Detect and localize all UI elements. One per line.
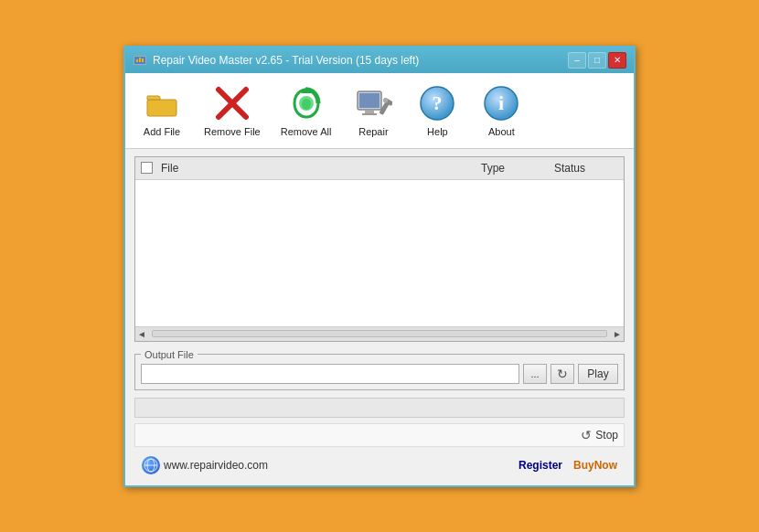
toolbar: Add File Remove File	[125, 73, 634, 149]
remove-file-label: Remove File	[204, 126, 261, 137]
about-button[interactable]: i About	[474, 80, 529, 141]
scroll-left-arrow[interactable]: ◄	[137, 329, 146, 339]
add-file-icon	[143, 84, 181, 122]
buynow-button[interactable]: BuyNow	[573, 459, 617, 472]
horizontal-scrollbar[interactable]: ◄ ►	[135, 326, 624, 341]
minimize-button[interactable]: –	[568, 52, 586, 69]
output-row: ... ↻ Play	[141, 364, 618, 384]
file-list-container: File Type Status ◄ ►	[134, 156, 625, 342]
svg-rect-3	[139, 58, 141, 62]
output-file-legend: Output File	[141, 349, 198, 360]
svg-point-10	[302, 99, 311, 110]
title-bar: Repair Video Master v2.65 - Trial Versio…	[125, 48, 634, 73]
browse-button[interactable]: ...	[523, 364, 547, 384]
remove-file-button[interactable]: Remove File	[198, 80, 266, 141]
scroll-right-arrow[interactable]: ►	[613, 329, 622, 339]
website-link[interactable]: www.repairvideo.com	[142, 456, 268, 474]
about-icon: i	[482, 84, 520, 122]
play-button[interactable]: Play	[578, 364, 618, 384]
remove-all-label: Remove All	[281, 126, 332, 137]
file-list-header: File Type Status	[135, 157, 624, 180]
help-icon: ?	[418, 84, 456, 122]
close-button[interactable]: ✕	[608, 52, 626, 69]
output-file-input[interactable]	[141, 364, 519, 384]
remove-all-icon	[287, 84, 326, 122]
scrollbar-track[interactable]	[152, 330, 607, 337]
content-area: File Type Status ◄ ► Output File ... ↻ P…	[125, 149, 634, 485]
file-list-body[interactable]	[135, 180, 624, 326]
main-window: Repair Video Master v2.65 - Trial Versio…	[123, 46, 636, 487]
remove-all-button[interactable]: Remove All	[275, 80, 337, 141]
svg-rect-13	[365, 111, 374, 113]
website-text: www.repairvideo.com	[164, 459, 268, 472]
output-file-section: Output File ... ↻ Play	[134, 349, 625, 390]
globe-icon	[142, 456, 160, 474]
col-type-header: Type	[477, 160, 551, 176]
status-bar-right: Register BuyNow	[518, 459, 617, 472]
refresh-button[interactable]: ↻	[551, 364, 574, 384]
svg-text:i: i	[498, 91, 504, 114]
header-check-col	[135, 162, 157, 174]
remove-file-icon	[213, 84, 251, 122]
about-label: About	[488, 126, 515, 137]
help-button[interactable]: ? Help	[410, 80, 465, 141]
col-status-header: Status	[551, 160, 624, 176]
register-button[interactable]: Register	[518, 459, 562, 472]
svg-text:?: ?	[433, 91, 443, 114]
svg-rect-12	[359, 93, 380, 108]
progress-bar	[134, 398, 625, 418]
stop-icon: ↺	[581, 428, 592, 442]
title-bar-left: Repair Video Master v2.65 - Trial Versio…	[133, 53, 419, 68]
app-icon	[133, 53, 147, 68]
help-label: Help	[427, 126, 448, 137]
add-file-button[interactable]: Add File	[134, 80, 189, 141]
status-bar: www.repairvideo.com Register BuyNow	[134, 452, 625, 478]
repair-icon	[354, 84, 392, 122]
col-file-header: File	[157, 160, 477, 176]
stop-row: ↺ Stop	[134, 423, 625, 447]
repair-label: Repair	[358, 126, 388, 137]
svg-rect-5	[147, 100, 176, 116]
svg-rect-14	[362, 113, 377, 115]
maximize-button[interactable]: □	[588, 52, 606, 69]
title-controls: – □ ✕	[568, 52, 626, 69]
svg-rect-4	[142, 59, 144, 62]
select-all-checkbox[interactable]	[141, 162, 153, 174]
stop-button[interactable]: Stop	[595, 429, 618, 442]
svg-rect-2	[136, 59, 138, 62]
add-file-label: Add File	[144, 126, 180, 137]
window-title: Repair Video Master v2.65 - Trial Versio…	[153, 54, 419, 67]
repair-button[interactable]: Repair	[346, 80, 401, 141]
